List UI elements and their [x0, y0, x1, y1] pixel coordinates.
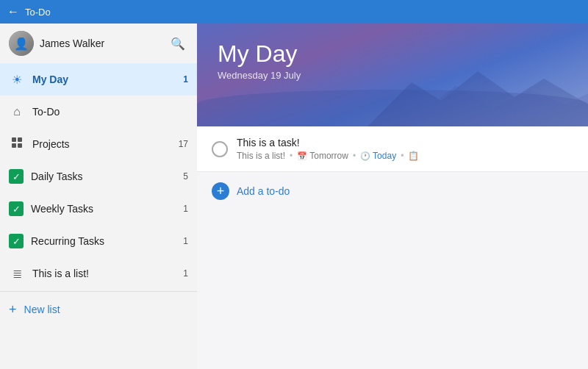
svg-rect-0: [12, 137, 16, 142]
avatar-image: 👤: [9, 31, 34, 56]
avatar: 👤: [9, 31, 34, 56]
task-title: This is a task!: [237, 137, 573, 148]
svg-rect-2: [12, 143, 16, 148]
table-row: This is a task! This is a list! • 📅 Tomo…: [197, 126, 588, 172]
task-due-date: 📅 Tomorrow: [297, 151, 348, 161]
page-title: My Day: [218, 41, 567, 67]
sidebar-item-my-day[interactable]: ☀ My Day 1: [0, 63, 197, 96]
sidebar-item-count: 17: [176, 139, 188, 149]
content-area: My Day Wednesday 19 July This is a task!…: [197, 24, 588, 369]
sidebar-item-count: 1: [176, 268, 188, 279]
sidebar-item-projects[interactable]: Projects 17: [0, 128, 197, 160]
sidebar-item-count: 1: [176, 74, 188, 85]
new-list-label: New list: [24, 304, 60, 315]
sidebar-item-count: 1: [176, 236, 188, 246]
sidebar-item-this-is-a-list[interactable]: ≣ This is a list! 1: [0, 257, 197, 290]
checkbox-icon: ✓: [9, 169, 24, 184]
main-layout: 👤 James Walker 🔍 ☀ My Day 1 ⌂ To-Do: [0, 24, 588, 369]
task-list: This is a task! This is a list! • 📅 Tomo…: [197, 126, 588, 369]
search-button[interactable]: 🔍: [168, 34, 188, 54]
app-title: To-Do: [25, 7, 51, 18]
sidebar-item-weekly-tasks[interactable]: ✓ Weekly Tasks 1: [0, 193, 197, 225]
sidebar-item-count: 1: [176, 204, 188, 214]
grid-icon: [9, 137, 25, 151]
sidebar-item-label: My Day: [32, 74, 176, 85]
meta-separator: •: [401, 151, 404, 161]
task-complete-button[interactable]: [212, 141, 228, 157]
add-todo-button[interactable]: + Add a to-do: [197, 172, 588, 210]
meta-separator: •: [353, 151, 356, 161]
task-content: This is a task! This is a list! • 📅 Tomo…: [237, 137, 573, 161]
sidebar-item-daily-tasks[interactable]: ✓ Daily Tasks 5: [0, 160, 197, 193]
sidebar-item-label: Daily Tasks: [31, 171, 176, 182]
add-icon: +: [212, 182, 229, 200]
meta-separator: •: [290, 151, 293, 161]
svg-rect-1: [18, 137, 22, 142]
sidebar-divider: [0, 291, 197, 292]
sidebar-item-to-do[interactable]: ⌂ To-Do: [0, 96, 197, 128]
sidebar-item-label: Projects: [32, 138, 176, 150]
sun-icon: ☀: [9, 73, 25, 87]
clock-icon: 🕐: [360, 151, 370, 161]
sidebar-item-recurring-tasks[interactable]: ✓ Recurring Tasks 1: [0, 225, 197, 257]
calendar-icon: 📅: [297, 151, 307, 161]
list-icon: ≣: [9, 267, 25, 281]
user-name: James Walker: [40, 37, 104, 49]
home-icon: ⌂: [9, 105, 25, 118]
task-today-badge: 🕐 Today: [360, 151, 396, 161]
user-profile[interactable]: 👤 James Walker: [9, 31, 104, 56]
task-meta: This is a list! • 📅 Tomorrow • 🕐 Today •…: [237, 151, 573, 161]
hero-banner: My Day Wednesday 19 July: [197, 24, 588, 126]
task-list-name: This is a list!: [237, 151, 285, 161]
sidebar-item-label: Recurring Tasks: [31, 235, 176, 247]
sidebar-item-label: To-Do: [32, 106, 176, 118]
sidebar: 👤 James Walker 🔍 ☀ My Day 1 ⌂ To-Do: [0, 24, 197, 369]
svg-rect-3: [18, 143, 22, 148]
checkbox-icon: ✓: [9, 201, 24, 216]
back-button[interactable]: ←: [7, 5, 19, 18]
plus-icon: +: [9, 302, 17, 318]
sidebar-header: 👤 James Walker 🔍: [0, 24, 197, 63]
page-subtitle: Wednesday 19 July: [218, 70, 567, 81]
title-bar: ← To-Do: [0, 0, 588, 24]
note-icon: 📋: [408, 151, 419, 161]
add-todo-label: Add a to-do: [237, 185, 290, 197]
checkbox-icon: ✓: [9, 234, 24, 248]
sidebar-item-count: 5: [176, 171, 188, 182]
sidebar-item-label: This is a list!: [32, 268, 176, 279]
sidebar-item-label: Weekly Tasks: [31, 203, 176, 215]
new-list-button[interactable]: + New list: [0, 293, 197, 326]
